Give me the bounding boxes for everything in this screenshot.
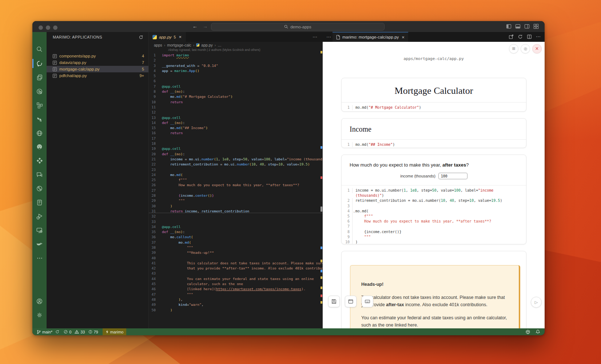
minimize-window-button[interactable] bbox=[46, 25, 50, 30]
tab-overflow-more-icon[interactable]: ⋯ bbox=[326, 34, 331, 40]
line-number: 46 bbox=[149, 287, 162, 292]
code-area[interactable]: Akshay Agrawal, last month | 2 authors (… bbox=[149, 48, 323, 328]
close-icon: × bbox=[535, 45, 538, 52]
comments-icon[interactable] bbox=[35, 170, 44, 179]
toggle-secondary-sidebar-icon[interactable] bbox=[524, 24, 530, 29]
breadcrumb-item[interactable]: mortgage-calc bbox=[167, 43, 191, 47]
python-file-icon bbox=[152, 35, 157, 39]
app-title: Mortgage Calculator bbox=[342, 78, 526, 102]
code-editor: app.py 5 × ⋯ apps › mortgage-calc › app.… bbox=[148, 32, 323, 328]
copy-files-icon[interactable] bbox=[35, 73, 44, 82]
run-circle-icon[interactable] bbox=[35, 87, 44, 96]
play-icon: ▷ bbox=[535, 300, 538, 305]
more-actions-icon[interactable]: ⋯ bbox=[536, 34, 541, 39]
file-item[interactable]: mortgage-calc/app.py5 bbox=[47, 66, 148, 72]
line-number: 10 bbox=[149, 100, 162, 105]
file-item[interactable]: pdfchat/app.py9+ bbox=[47, 72, 148, 79]
docker-icon[interactable] bbox=[35, 240, 44, 249]
toggle-panel-icon[interactable] bbox=[515, 24, 521, 29]
split-editor-icon[interactable] bbox=[527, 34, 532, 39]
overview-mark bbox=[321, 247, 322, 249]
account-icon[interactable] bbox=[35, 297, 44, 306]
github-icon[interactable] bbox=[35, 142, 44, 151]
cell-code[interactable]: 1mo.md("# Mortgage Calculator") bbox=[342, 102, 526, 112]
file-item[interactable]: dataviz/app.py7 bbox=[47, 59, 148, 66]
line-number: 38 bbox=[149, 245, 162, 250]
notebook-file-icon bbox=[52, 67, 57, 72]
search-icon[interactable] bbox=[35, 45, 44, 54]
menu-button[interactable]: ≡ bbox=[509, 44, 518, 53]
warnings-icon bbox=[75, 330, 79, 334]
tab-app-py[interactable]: app.py 5 × bbox=[149, 32, 186, 42]
marimo-status-item[interactable]: marimo bbox=[103, 328, 127, 335]
open-external-icon[interactable] bbox=[509, 34, 514, 39]
history-back-button[interactable]: ← bbox=[192, 23, 203, 29]
remote-explorer-icon[interactable] bbox=[35, 226, 44, 235]
nodes-graph-icon[interactable] bbox=[35, 101, 44, 110]
save-button[interactable] bbox=[328, 296, 340, 307]
problem-count-badge: 9+ bbox=[139, 73, 144, 78]
income-input-label: income (thousands) bbox=[400, 174, 435, 178]
git-graph-icon[interactable] bbox=[35, 184, 44, 193]
breadcrumb-item[interactable]: … bbox=[218, 43, 222, 47]
overview-mark bbox=[321, 301, 322, 304]
close-window-button[interactable] bbox=[39, 25, 43, 30]
marimo-extension-icon[interactable] bbox=[35, 59, 44, 68]
cell-code[interactable]: 1mo.md("## Income") bbox=[342, 139, 526, 148]
run-app-button[interactable]: ▷ bbox=[531, 297, 542, 308]
more-views-icon[interactable] bbox=[35, 253, 44, 263]
breadcrumb-item[interactable]: apps bbox=[154, 43, 162, 47]
tab-marimo-preview[interactable]: marimo: mortgage-calc/app.py × bbox=[333, 32, 408, 42]
code-line: 5 f""" bbox=[345, 214, 526, 219]
file-item[interactable]: components/app.py4 bbox=[47, 53, 148, 59]
diamonds-icon[interactable] bbox=[35, 156, 44, 165]
overview-mark bbox=[321, 276, 322, 279]
sync-icon[interactable] bbox=[55, 330, 59, 334]
browser-window-icon bbox=[348, 299, 354, 304]
line-number: 50 bbox=[149, 308, 162, 313]
problems-item[interactable]: 0 33 79 bbox=[64, 330, 98, 334]
breadcrumb-item[interactable]: app.py bbox=[201, 43, 213, 47]
breadcrumb[interactable]: apps › mortgage-calc › app.py › … bbox=[149, 42, 323, 48]
close-tab-icon[interactable]: × bbox=[179, 35, 182, 39]
line-number: 45 bbox=[149, 281, 162, 287]
code-line: 36 mo.callout( bbox=[149, 235, 323, 240]
settings-gear-icon[interactable] bbox=[35, 311, 44, 320]
code-line: 21 income = mo.ui.number(1, 1e8, step=50… bbox=[149, 157, 323, 162]
git-branch-item[interactable]: main* bbox=[37, 330, 59, 334]
terraform-icon[interactable] bbox=[35, 115, 44, 124]
refresh-icon[interactable] bbox=[139, 35, 143, 40]
fold-chevron-icon[interactable]: ⌄ bbox=[353, 210, 355, 213]
scrollbar-handle[interactable] bbox=[321, 207, 322, 212]
reload-icon[interactable] bbox=[518, 34, 523, 39]
globe-icon[interactable] bbox=[35, 129, 44, 138]
notebook-file-icon bbox=[52, 60, 57, 65]
cell-card-form: How much do you expect to make this year… bbox=[341, 155, 526, 244]
hubot-icon[interactable] bbox=[525, 329, 530, 334]
editor-actions-more-icon[interactable]: ⋯ bbox=[313, 34, 318, 40]
command-center-search[interactable]: demo-apps bbox=[211, 23, 385, 31]
line-number: 42 bbox=[149, 266, 162, 271]
line-number: 6 bbox=[345, 219, 353, 224]
line-number: 5 bbox=[149, 73, 162, 79]
cell-code[interactable]: 1income = mo.ui.number(1, 1e8, step=50, … bbox=[342, 185, 526, 244]
line-number: 37 bbox=[149, 240, 162, 245]
code-line: 2retirement_contribution = mo.ui.number(… bbox=[345, 198, 526, 203]
zoom-window-button[interactable] bbox=[53, 25, 57, 30]
customize-layout-icon[interactable] bbox=[533, 24, 539, 29]
code-line: 35def __(mo): bbox=[149, 229, 323, 235]
open-app-button[interactable] bbox=[345, 296, 357, 307]
shutdown-button[interactable]: × bbox=[532, 44, 542, 53]
code-line: 3 bbox=[345, 204, 526, 209]
app-settings-button[interactable] bbox=[521, 44, 530, 53]
bell-icon[interactable] bbox=[536, 329, 540, 334]
toggle-sidebar-icon[interactable] bbox=[506, 24, 512, 29]
code-line: 37 mo.md( bbox=[149, 240, 323, 245]
keyboard-shortcuts-button[interactable] bbox=[362, 296, 373, 307]
line-number: 35 bbox=[149, 229, 162, 235]
code-line: 8 {income.center()} bbox=[345, 229, 526, 235]
income-input[interactable] bbox=[438, 173, 467, 179]
run-debug-icon[interactable] bbox=[35, 212, 44, 221]
close-tab-icon[interactable]: × bbox=[402, 35, 405, 40]
notebook-icon[interactable] bbox=[35, 198, 44, 207]
